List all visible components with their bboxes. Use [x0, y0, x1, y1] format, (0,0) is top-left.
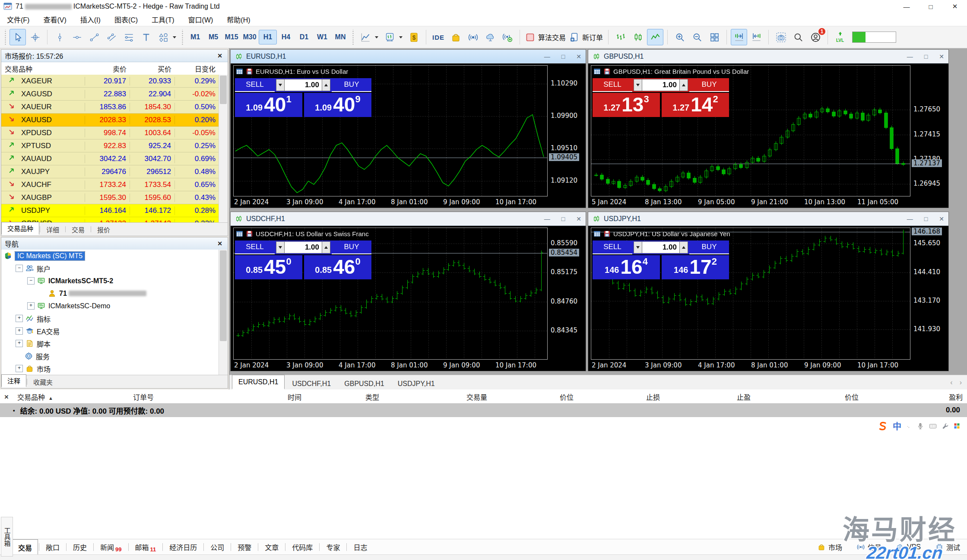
toolbox-tab-10[interactable]: 专家: [320, 539, 346, 555]
menu-item-I[interactable]: 插入(I): [73, 13, 108, 26]
volume-decrease-button[interactable]: [276, 241, 285, 253]
tree-expander-expand[interactable]: +: [16, 365, 23, 372]
dollar-button[interactable]: $: [406, 29, 422, 45]
tree-item-1[interactable]: −账户: [1, 262, 219, 275]
chart-close-button[interactable]: ✕: [576, 215, 581, 222]
grid-icon[interactable]: [954, 423, 960, 429]
menu-item-F[interactable]: 文件(F): [0, 13, 36, 26]
time-scale[interactable]: 2 Jan 20243 Jan 09:004 Jan 17:008 Jan 01…: [591, 361, 910, 370]
buy-price-box[interactable]: 1.09409: [304, 93, 371, 117]
crosshair-button[interactable]: [27, 29, 43, 45]
tree-expander-collapse[interactable]: −: [16, 265, 23, 272]
tab-scroll-left-icon[interactable]: ‹: [950, 379, 952, 386]
fibonacci-button[interactable]: [120, 29, 137, 45]
market-row-xptusd[interactable]: XPTUSD922.83925.240.25%: [1, 139, 219, 152]
chart-close-button[interactable]: ✕: [939, 53, 944, 60]
sell-price-box[interactable]: 1.09401: [235, 93, 302, 117]
minimize-button[interactable]: —: [894, 0, 919, 13]
sell-price-box[interactable]: 0.85450: [235, 255, 302, 279]
cursor-button[interactable]: [10, 29, 26, 45]
volume-input[interactable]: 1.00: [642, 241, 679, 253]
market-row-xaugbp[interactable]: XAUGBP1595.301595.600.43%: [1, 191, 219, 204]
time-scale[interactable]: 5 Jan 20248 Jan 13:009 Jan 05:009 Jan 21…: [591, 197, 910, 207]
chart-tab-usdjpy[interactable]: USDJPY,H1: [392, 378, 441, 389]
market-watch-tab-1[interactable]: 详细: [41, 223, 65, 236]
orders-column-9[interactable]: 盈利: [863, 392, 967, 402]
dropdown-arrow-icon[interactable]: [173, 36, 176, 38]
tree-expander-expand[interactable]: +: [16, 327, 23, 335]
timeframe-mn[interactable]: MN: [331, 30, 349, 44]
signals-button[interactable]: [465, 29, 481, 45]
chart-title-bar[interactable]: USDJPY,H1—□✕: [588, 212, 948, 226]
market-row-xaujpy[interactable]: XAUJPY2964762965120.48%: [1, 165, 219, 178]
toolbox-tab-11[interactable]: 日志: [348, 539, 373, 555]
market-row-xauaud[interactable]: XAUAUD3042.243042.700.69%: [1, 152, 219, 165]
sell-button[interactable]: SELL: [593, 78, 632, 92]
price-scale[interactable]: 1.276501.274151.271801.269451.27137: [911, 65, 948, 196]
cloud-button[interactable]: [482, 29, 498, 45]
buy-button[interactable]: BUY: [689, 240, 729, 254]
column-header-3[interactable]: 日变化: [175, 63, 219, 74]
chart-tab-eurusd[interactable]: EURUSD,H1: [232, 375, 285, 389]
bars-chart-button[interactable]: [612, 29, 629, 45]
channel-button[interactable]: [103, 29, 120, 45]
orders-column-6[interactable]: 止损: [578, 392, 664, 402]
orders-column-2[interactable]: 时间: [232, 392, 306, 402]
toolbox-tab-1[interactable]: 敞口: [40, 539, 65, 555]
timeframe-w1[interactable]: W1: [313, 30, 331, 44]
algo-trading-button[interactable]: 算法交易: [524, 29, 567, 45]
timeframe-h4[interactable]: H4: [277, 30, 295, 44]
buy-price-box[interactable]: 0.85460: [304, 255, 371, 279]
price-scale[interactable]: 1.102901.099001.095101.091201.09405: [548, 65, 585, 196]
line-chart-button[interactable]: [647, 29, 663, 45]
chart-template-button[interactable]: [381, 29, 398, 45]
column-header-1[interactable]: 卖价: [85, 63, 130, 74]
toolbox-tab-4[interactable]: 邮箱11: [130, 539, 162, 555]
ide-button[interactable]: IDE: [430, 29, 447, 45]
tab-scroll-right-icon[interactable]: ›: [960, 379, 962, 386]
market-watch-close-button[interactable]: ✕: [216, 52, 224, 59]
timeframe-m15[interactable]: M15: [222, 30, 241, 44]
volume-decrease-button[interactable]: [634, 241, 642, 253]
chart-maximize-button[interactable]: □: [561, 53, 565, 60]
sell-button[interactable]: SELL: [235, 78, 275, 92]
buy-button[interactable]: BUY: [332, 240, 371, 254]
market-watch-tab-2[interactable]: 交易: [66, 223, 90, 236]
time-scale[interactable]: 2 Jan 20243 Jan 09:004 Jan 17:008 Jan 01…: [233, 361, 548, 370]
volume-decrease-button[interactable]: [276, 79, 285, 91]
mic-icon[interactable]: [917, 422, 924, 430]
tree-item-7[interactable]: +脚本: [1, 337, 219, 350]
line-chart-type-button[interactable]: [357, 29, 374, 45]
toolbox-tab-3[interactable]: 新闻99: [95, 539, 127, 555]
sell-price-box[interactable]: 146164: [593, 255, 660, 279]
chart-title-bar[interactable]: USDCHF,H1—□✕: [231, 212, 586, 226]
chart-maximize-button[interactable]: □: [924, 53, 928, 60]
orders-column-1[interactable]: 订单号: [129, 392, 232, 402]
tree-item-6[interactable]: +EA交易: [1, 325, 219, 337]
chart-tab-usdchf[interactable]: USDCHF,H1: [286, 378, 337, 389]
chart-minimize-button[interactable]: —: [544, 215, 550, 222]
price-scale[interactable]: 0.855900.851750.847600.843450.85454: [548, 228, 585, 360]
orders-column-5[interactable]: 价位: [491, 392, 578, 402]
volume-input[interactable]: 1.00: [285, 241, 322, 253]
scrollbar-thumb[interactable]: [220, 250, 227, 341]
dropdown-arrow-icon[interactable]: [375, 36, 378, 38]
tree-expander-expand[interactable]: +: [16, 315, 23, 322]
volume-increase-button[interactable]: [322, 79, 330, 91]
tree-expander-collapse[interactable]: −: [27, 277, 35, 285]
chart-minimize-button[interactable]: —: [907, 215, 913, 222]
text-button[interactable]: [138, 29, 154, 45]
toolbox-tab-6[interactable]: 公司: [205, 539, 230, 555]
tree-expander-expand[interactable]: +: [27, 302, 35, 310]
market-row-usdjpy[interactable]: USDJPY146.164146.1720.28%: [1, 204, 219, 217]
volume-decrease-button[interactable]: [634, 79, 642, 91]
navigator-scrollbar[interactable]: [219, 250, 228, 375]
menu-item-H[interactable]: 帮助(H): [220, 13, 257, 26]
shift-left-button[interactable]: [748, 29, 764, 45]
chart-maximize-button[interactable]: □: [924, 215, 928, 222]
column-header-2[interactable]: 买价: [130, 63, 175, 74]
zoom-in-button[interactable]: [672, 29, 688, 45]
toolbox-tab-2[interactable]: 历史: [67, 539, 92, 555]
tile-windows-button[interactable]: [706, 29, 723, 45]
volume-increase-button[interactable]: [679, 241, 688, 253]
